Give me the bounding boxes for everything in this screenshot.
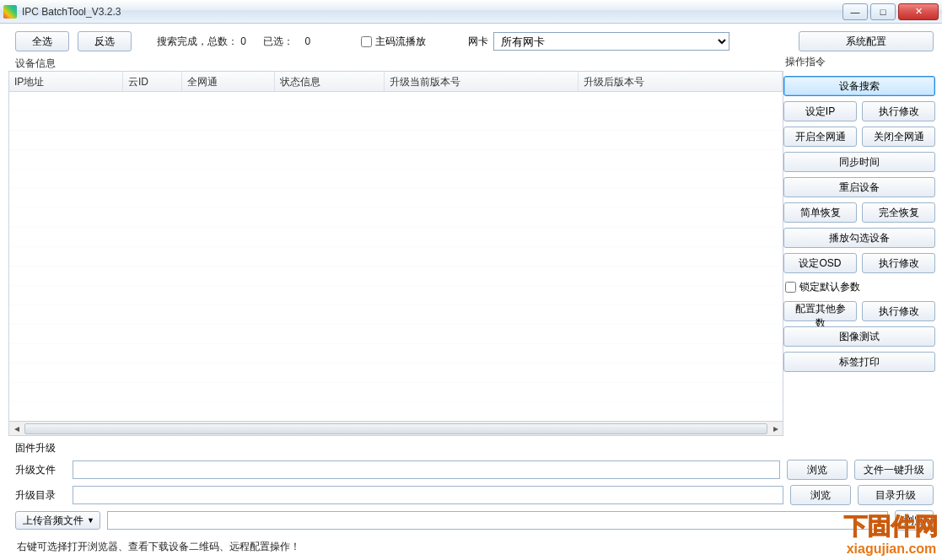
nic-wrap: 网卡 所有网卡 xyxy=(468,32,729,51)
dir-upgrade-button[interactable]: 目录升级 xyxy=(858,485,934,505)
upgrade-file-row: 升级文件 浏览 文件一键升级 xyxy=(7,457,935,482)
col-allnet[interactable]: 全网通 xyxy=(182,72,275,91)
full-restore-button[interactable]: 完全恢复 xyxy=(862,202,935,223)
table-header: IP地址 云ID 全网通 状态信息 升级当前版本号 升级后版本号 xyxy=(9,72,783,92)
scroll-thumb[interactable] xyxy=(24,423,767,434)
config-other-button[interactable]: 配置其他参数 xyxy=(783,301,857,321)
horizontal-scrollbar[interactable]: ◂ ▸ xyxy=(9,421,783,435)
nic-label: 网卡 xyxy=(468,35,488,49)
chevron-down-icon: ▼ xyxy=(87,516,94,525)
total-count: 0 xyxy=(240,35,246,47)
titlebar: IPC BatchTool_V3.2.3 — □ ✕ xyxy=(0,0,942,24)
operations-panel: 操作指令 设备搜索 设定IP 执行修改 开启全网通 关闭全网通 同步时间 重启设… xyxy=(783,55,935,436)
mainstream-label: 主码流播放 xyxy=(375,35,426,49)
app-icon xyxy=(3,5,17,19)
mainstream-checkbox-wrap[interactable]: 主码流播放 xyxy=(361,35,426,49)
upload-audio-row: 上传音频文件 ▼ 浏览 xyxy=(7,508,935,533)
device-table: IP地址 云ID 全网通 状态信息 升级当前版本号 升级后版本号 ◂ ▸ xyxy=(8,71,783,436)
one-key-upgrade-button[interactable]: 文件一键升级 xyxy=(854,460,934,480)
browse-dir-button[interactable]: 浏览 xyxy=(790,485,851,505)
scroll-right-icon[interactable]: ▸ xyxy=(768,423,783,435)
simple-restore-button[interactable]: 简单恢复 xyxy=(783,202,857,223)
window-title: IPC BatchTool_V3.2.3 xyxy=(22,6,121,18)
mainstream-checkbox[interactable] xyxy=(361,36,372,47)
maximize-button[interactable]: □ xyxy=(870,3,896,20)
upgrade-dir-row: 升级目录 浏览 目录升级 xyxy=(7,482,935,508)
system-config-button[interactable]: 系统配置 xyxy=(799,31,934,51)
col-new-ver[interactable]: 升级后版本号 xyxy=(579,72,783,91)
play-selected-button[interactable]: 播放勾选设备 xyxy=(783,228,935,248)
upgrade-file-label: 升级文件 xyxy=(15,463,66,477)
firmware-label: 固件升级 xyxy=(7,436,935,457)
exec-modify-button-1[interactable]: 执行修改 xyxy=(862,101,935,121)
selected-label: 已选： xyxy=(263,35,293,47)
upload-audio-dropdown[interactable]: 上传音频文件 ▼ xyxy=(15,511,100,530)
search-status: 搜索完成，总数： 0 已选： 0 xyxy=(157,35,310,49)
minimize-button[interactable]: — xyxy=(842,3,868,20)
upload-audio-label: 上传音频文件 xyxy=(23,514,83,528)
selected-count: 0 xyxy=(304,35,310,47)
nic-select[interactable]: 所有网卡 xyxy=(493,32,729,51)
image-test-button[interactable]: 图像测试 xyxy=(783,326,935,347)
set-osd-button[interactable]: 设定OSD xyxy=(783,253,857,273)
table-body[interactable] xyxy=(9,92,783,421)
exec-modify-button-3[interactable]: 执行修改 xyxy=(862,301,935,321)
browse-audio-button[interactable]: 浏览 xyxy=(895,510,934,530)
ops-label: 操作指令 xyxy=(783,55,935,71)
reboot-device-button[interactable]: 重启设备 xyxy=(783,177,935,197)
col-ip[interactable]: IP地址 xyxy=(9,72,123,91)
footer-tip: 右键可选择打开浏览器、查看下载设备二维码、远程配置操作！ xyxy=(7,533,935,556)
col-cur-ver[interactable]: 升级当前版本号 xyxy=(385,72,579,91)
col-status[interactable]: 状态信息 xyxy=(275,72,385,91)
lock-default-checkbox[interactable] xyxy=(785,282,796,293)
window-controls: — □ ✕ xyxy=(840,3,939,20)
sync-time-button[interactable]: 同步时间 xyxy=(783,152,935,172)
label-print-button[interactable]: 标签打印 xyxy=(783,352,935,372)
browse-file-button[interactable]: 浏览 xyxy=(787,460,848,480)
close-allnet-button[interactable]: 关闭全网通 xyxy=(862,127,935,147)
device-info-label: 设备信息 xyxy=(7,55,783,71)
device-search-button[interactable]: 设备搜索 xyxy=(783,76,935,96)
scroll-left-icon[interactable]: ◂ xyxy=(9,423,24,435)
open-allnet-button[interactable]: 开启全网通 xyxy=(783,127,857,147)
col-cloudid[interactable]: 云ID xyxy=(123,72,182,91)
invert-select-button[interactable]: 反选 xyxy=(78,31,132,51)
upload-audio-input[interactable] xyxy=(107,511,888,530)
upgrade-dir-label: 升级目录 xyxy=(15,488,66,503)
close-button[interactable]: ✕ xyxy=(898,3,939,20)
select-all-button[interactable]: 全选 xyxy=(15,31,69,51)
search-done-label: 搜索完成，总数： xyxy=(157,35,238,47)
exec-modify-button-2[interactable]: 执行修改 xyxy=(862,253,935,273)
lock-default-wrap[interactable]: 锁定默认参数 xyxy=(783,278,935,296)
upgrade-dir-input[interactable] xyxy=(73,486,783,504)
top-toolbar: 全选 反选 搜索完成，总数： 0 已选： 0 主码流播放 网卡 所有网卡 系统配… xyxy=(7,28,935,55)
upgrade-file-input[interactable] xyxy=(73,460,780,479)
set-ip-button[interactable]: 设定IP xyxy=(783,101,857,121)
lock-default-label: 锁定默认参数 xyxy=(799,280,860,294)
